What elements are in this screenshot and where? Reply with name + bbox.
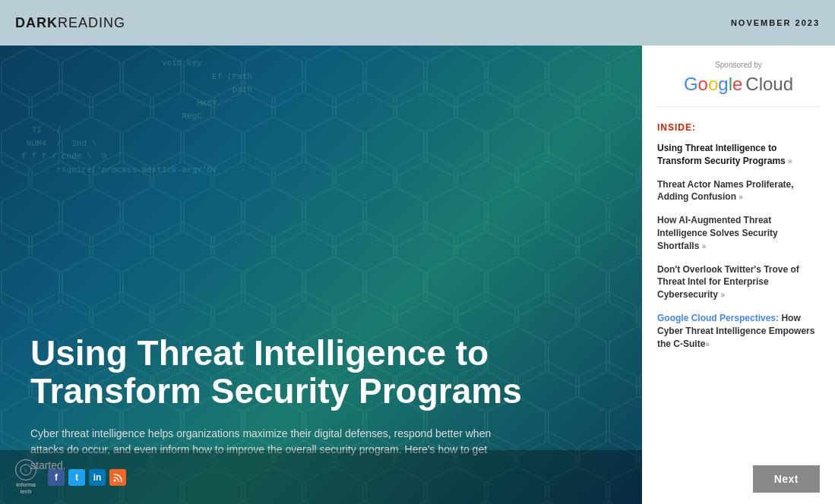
left-panel: void_key Ef (Path path HKEY RegC 71 / <box>0 46 642 504</box>
chevron-icon-1: » <box>788 157 792 165</box>
rss-icon[interactable] <box>109 469 126 486</box>
google-cloud-logo: Google Cloud <box>657 74 820 95</box>
informa-text: informatech <box>16 482 36 495</box>
date-label: NOVEMBER 2023 <box>731 18 820 27</box>
logo-reading-part: READING <box>58 15 125 30</box>
main-content: void_key Ef (Path path HKEY RegC 71 / <box>0 46 835 504</box>
toc-item-3[interactable]: How AI-Augmented Threat Intelligence Sol… <box>657 214 820 252</box>
chevron-icon-4: » <box>720 291 725 299</box>
top-header: DARKREADING NOVEMBER 2023 <box>0 0 835 46</box>
informa-circle-icon: i <box>15 459 36 480</box>
social-icons[interactable]: f t in <box>48 469 126 486</box>
informa-logo: i informatech <box>15 459 36 495</box>
toc-item-4[interactable]: Don't Overlook Twitter's Trove of Threat… <box>657 263 820 301</box>
toc-item-1[interactable]: Using Threat Intelligence to Transform S… <box>657 142 820 168</box>
inside-label: INSIDE: <box>657 122 820 133</box>
toc-item-1-title[interactable]: Using Threat Intelligence to Transform S… <box>657 142 820 168</box>
gc-label: Google Cloud Perspectives: <box>657 313 779 323</box>
dark-reading-logo: DARKREADING <box>15 15 125 31</box>
chevron-icon-2: » <box>739 193 743 201</box>
toc-item-3-title[interactable]: How AI-Augmented Threat Intelligence Sol… <box>657 214 820 252</box>
cloud-text: Cloud <box>745 74 793 95</box>
toc-item-2-title[interactable]: Threat Actor Names Proliferate, Adding C… <box>657 178 820 204</box>
twitter-icon[interactable]: t <box>68 469 85 486</box>
svg-text:i: i <box>25 468 26 473</box>
google-text: Google <box>684 74 742 95</box>
facebook-icon[interactable]: f <box>48 469 65 486</box>
svg-point-6 <box>114 479 116 481</box>
toc-item-2[interactable]: Threat Actor Names Proliferate, Adding C… <box>657 178 820 204</box>
sponsored-by-label: Sponsored by <box>657 61 820 69</box>
article-title: Using Threat Intelligence to Transform S… <box>30 334 577 411</box>
left-bottom-bar: i informatech f t in <box>0 450 642 504</box>
sponsor-section: Sponsored by Google Cloud <box>657 61 820 107</box>
toc-item-4-title[interactable]: Don't Overlook Twitter's Trove of Threat… <box>657 263 820 301</box>
right-panel: Sponsored by Google Cloud INSIDE: Using … <box>642 46 835 504</box>
logo-dark-part: DARK <box>15 15 58 30</box>
chevron-icon-5: » <box>705 340 710 348</box>
toc-item-5-title[interactable]: Google Cloud Perspectives: How Cyber Thr… <box>657 312 820 350</box>
toc-item-5[interactable]: Google Cloud Perspectives: How Cyber Thr… <box>657 312 820 350</box>
next-button[interactable]: Next <box>753 465 820 493</box>
linkedin-icon[interactable]: in <box>89 469 106 486</box>
chevron-icon-3: » <box>702 242 707 250</box>
inside-section: INSIDE: Using Threat Intelligence to Tra… <box>657 122 820 493</box>
